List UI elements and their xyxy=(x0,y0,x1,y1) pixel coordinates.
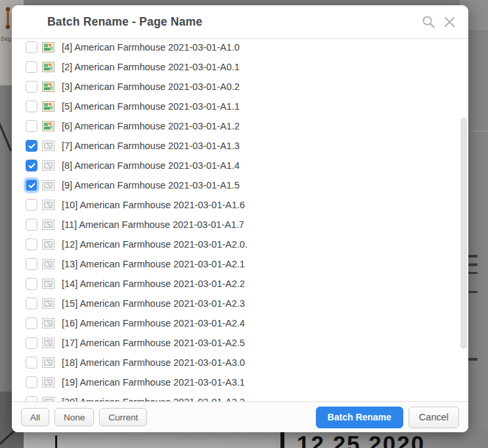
page-checkbox[interactable] xyxy=(26,199,37,211)
page-label: [16] American Farmhouse 2021-03-01-A2.4 xyxy=(62,318,245,328)
page-checkbox[interactable] xyxy=(26,61,37,73)
page-checkbox[interactable] xyxy=(26,160,37,171)
page-checkbox[interactable] xyxy=(26,41,37,53)
search-icon[interactable] xyxy=(422,15,435,29)
page-row[interactable]: [6] American Farmhouse 2021-03-01-A1.2 xyxy=(12,116,468,136)
page-label: [5] American Farmhouse 2021-03-01-A1.1 xyxy=(62,101,240,112)
page-thumbnail-icon xyxy=(42,318,55,328)
page-checkbox[interactable] xyxy=(26,140,37,152)
page-row[interactable]: [19] American Farmhouse 2021-03-01-A3.1 xyxy=(12,372,468,392)
page-thumbnail-icon xyxy=(42,219,55,230)
background-drawing-mark xyxy=(468,263,477,266)
page-thumbnail-icon xyxy=(42,121,55,131)
page-thumbnail-icon xyxy=(42,259,55,269)
page-label: [12] American Farmhouse 2021-03-01-A2.0. xyxy=(62,239,248,250)
page-checkbox[interactable] xyxy=(26,376,37,388)
page-thumbnail-icon xyxy=(42,62,55,72)
page-thumbnail-icon xyxy=(42,357,55,368)
page-checkbox[interactable] xyxy=(26,120,37,132)
page-row[interactable]: [16] American Farmhouse 2021-03-01-A2.4 xyxy=(12,313,468,333)
page-row[interactable]: [15] American Farmhouse 2021-03-01-A2.3 xyxy=(12,294,468,313)
background-drawing-bar xyxy=(280,430,284,448)
page-checkbox[interactable] xyxy=(26,396,37,401)
page-row[interactable]: [9] American Farmhouse 2021-03-01-A1.5 xyxy=(12,175,468,195)
page-thumbnail-icon xyxy=(42,377,55,388)
page-checkbox[interactable] xyxy=(26,81,37,93)
dialog-header: Batch Rename - Page Name xyxy=(12,5,468,39)
page-thumbnail-icon xyxy=(42,180,55,190)
page-label: [4] American Farmhouse 2021-03-01-A1.0 xyxy=(62,42,240,53)
page-row[interactable]: [4] American Farmhouse 2021-03-01-A1.0 xyxy=(12,39,468,57)
page-checkbox[interactable] xyxy=(26,317,37,329)
background-drawing-line xyxy=(0,122,12,151)
scrollbar-thumb[interactable] xyxy=(460,118,467,349)
page-thumbnail-icon xyxy=(42,200,55,210)
page-label: [15] American Farmhouse 2021-03-01-A2.3 xyxy=(62,298,245,309)
page-thumbnail-icon xyxy=(42,141,55,151)
page-label: [20] American Farmhouse 2021-03-01-A3.2 xyxy=(62,397,245,401)
background-drawing-mark xyxy=(468,291,477,293)
page-row[interactable]: [10] American Farmhouse 2021-03-01-A1.6 xyxy=(12,195,468,215)
page-row[interactable]: [17] American Farmhouse 2021-03-01-A2.5 xyxy=(12,333,468,353)
page-label: [14] American Farmhouse 2021-03-01-A2.2 xyxy=(62,279,245,289)
page-row[interactable]: [12] American Farmhouse 2021-03-01-A2.0. xyxy=(12,235,468,254)
background-divider xyxy=(468,131,488,131)
page-thumbnail-icon xyxy=(42,338,55,348)
page-row[interactable]: [18] American Farmhouse 2021-03-01-A3.0 xyxy=(12,353,468,372)
page-row[interactable]: [8] American Farmhouse 2021-03-01-A1.4 xyxy=(12,156,468,175)
page-label: [9] American Farmhouse 2021-03-01-A1.5 xyxy=(62,180,240,190)
page-row[interactable]: [3] American Farmhouse 2021-03-01-A0.2 xyxy=(12,77,468,97)
page-row[interactable]: [7] American Farmhouse 2021-03-01-A1.3 xyxy=(12,136,468,156)
page-label: [17] American Farmhouse 2021-03-01-A2.5 xyxy=(62,338,245,348)
batch-rename-dialog: Batch Rename - Page Name xyxy=(12,5,468,432)
batch-rename-button[interactable]: Batch Rename xyxy=(316,407,403,428)
page-row[interactable]: [20] American Farmhouse 2021-03-01-A3.2 xyxy=(12,392,468,401)
page-checkbox[interactable] xyxy=(26,298,37,309)
page-thumbnail-icon xyxy=(42,101,55,112)
page-label: [2] American Farmhouse 2021-03-01-A0.1 xyxy=(62,62,240,72)
page-row[interactable]: [11] American Farmhouse 2021-03-01-A1.7 xyxy=(12,215,468,235)
page-label: [11] American Farmhouse 2021-03-01-A1.7 xyxy=(62,219,244,230)
page-row[interactable]: [14] American Farmhouse 2021-03-01-A2.2 xyxy=(12,274,468,294)
page-thumbnail-icon xyxy=(42,160,55,171)
page-label: [3] American Farmhouse 2021-03-01-A0.2 xyxy=(62,81,240,92)
background-drawing-mark xyxy=(468,255,477,258)
page-row[interactable]: [5] American Farmhouse 2021-03-01-A1.1 xyxy=(12,97,468,116)
page-label: [10] American Farmhouse 2021-03-01-A1.6 xyxy=(62,200,245,210)
page-row[interactable]: [2] American Farmhouse 2021-03-01-A0.1 xyxy=(12,57,468,77)
page-thumbnail-icon xyxy=(42,298,55,309)
page-thumbnail-icon xyxy=(42,239,55,250)
dialog-title: Batch Rename - Page Name xyxy=(47,15,422,29)
toolbar-tool-label: Seg xyxy=(1,35,11,42)
cancel-button[interactable]: Cancel xyxy=(409,407,459,428)
page-checkbox[interactable] xyxy=(26,357,37,369)
page-label: [18] American Farmhouse 2021-03-01-A3.0 xyxy=(62,357,245,368)
select-all-button[interactable]: All xyxy=(21,408,49,426)
background-drawing-mark xyxy=(468,358,477,361)
page-checkbox[interactable] xyxy=(26,258,37,270)
background-drawing-tick xyxy=(55,436,57,448)
background-drawing-mark xyxy=(468,272,477,274)
page-checkbox[interactable] xyxy=(26,238,37,250)
page-label: [7] American Farmhouse 2021-03-01-A1.3 xyxy=(62,141,240,151)
page-checkbox[interactable] xyxy=(26,337,37,349)
page-label: [19] American Farmhouse 2021-03-01-A3.1 xyxy=(62,377,245,388)
select-none-button[interactable]: None xyxy=(55,408,94,426)
page-checkbox[interactable] xyxy=(26,278,37,290)
page-checkbox[interactable] xyxy=(26,179,37,191)
page-list: [4] American Farmhouse 2021-03-01-A1.0 [… xyxy=(12,39,468,401)
page-row[interactable]: [13] American Farmhouse 2021-03-01-A2.1 xyxy=(12,254,468,274)
page-thumbnail-icon xyxy=(42,81,55,92)
dialog-footer: All None Current Batch Rename Cancel xyxy=(12,401,468,432)
select-current-button[interactable]: Current xyxy=(99,408,147,426)
page-thumbnail-icon xyxy=(42,397,55,401)
background-divider xyxy=(468,29,488,30)
close-icon[interactable] xyxy=(444,16,455,28)
page-checkbox[interactable] xyxy=(26,219,37,231)
page-thumbnail-icon xyxy=(42,42,55,53)
page-thumbnail-icon xyxy=(42,279,55,289)
page-checkbox[interactable] xyxy=(26,101,37,112)
canvas-date-text: 12.25.2020 xyxy=(297,431,425,448)
page-label: [6] American Farmhouse 2021-03-01-A1.2 xyxy=(62,121,240,131)
page-label: [13] American Farmhouse 2021-03-01-A2.1 xyxy=(62,259,245,269)
